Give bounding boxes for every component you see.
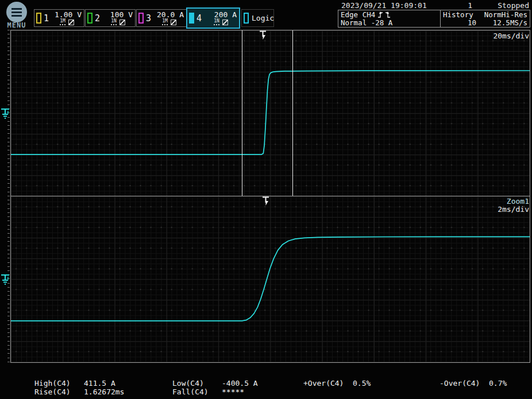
channel-1-number: 1 [44, 13, 50, 24]
oscilloscope-screen: MENU 1 1.00 V 1M 2 100 V 1N 3 20.0 A [0, 0, 532, 399]
channel-3-number: 3 [146, 13, 152, 24]
channel-3-probe-icon [171, 20, 176, 25]
zoom-region-left-cursor[interactable] [242, 30, 242, 196]
zoom-region-right-cursor[interactable] [292, 30, 293, 196]
main-trace-svg [11, 30, 530, 196]
svg-text:4: 4 [7, 110, 9, 115]
channel-1-coupling-icon: 1M [60, 19, 65, 25]
channel-4-scale: 200 A [205, 11, 237, 18]
channel-2-color-bar [87, 13, 92, 24]
history-settings[interactable]: History NormHi-Res 10 12.5MS/s [441, 10, 530, 27]
channel-3-coupling-icon: 1M [162, 19, 168, 25]
channel-4-number: 4 [196, 13, 203, 24]
channel-3-scale: 20.0 A [155, 11, 184, 18]
measurement-high: High(C4) 411.5 A [34, 379, 124, 388]
menu-button-label: MENU [3, 21, 30, 29]
history-count: 10 [443, 19, 476, 26]
channel-2-scale: 100 V [103, 11, 133, 18]
main-waveform-window [10, 30, 530, 196]
zoom-window-name-label: Zoom1 [507, 197, 529, 206]
channel-4-color-bar [189, 13, 194, 24]
channel-4-coupling-icon: 1N [214, 19, 219, 25]
logic-color-bar [244, 13, 249, 24]
zoom-timebase-label: 2ms/div [498, 205, 529, 214]
channel-1-scale: 1.00 V [52, 11, 82, 18]
svg-text:4: 4 [7, 276, 9, 281]
channel-4-ground-marker-zoom: 4 [1, 272, 12, 286]
acquisition-count: 1 [454, 1, 472, 10]
trigger-mode-label: Normal -28 A [341, 19, 438, 26]
measurement-column-1: High(C4) 411.5 A Rise(C4) 1.62672ms [34, 379, 124, 396]
channel-1-box[interactable]: 1 1.00 V 1M [34, 9, 84, 27]
sample-rate-label: 12.5MS/s [493, 19, 527, 26]
channel-4-probe-icon [222, 20, 228, 25]
history-label: History [443, 11, 473, 18]
zoom-waveform-window [10, 196, 530, 363]
rising-edge-icon [377, 11, 391, 18]
logic-label: Logic [252, 14, 274, 22]
menu-button[interactable] [6, 2, 27, 22]
channel-3-color-bar [138, 13, 144, 24]
channel-4-box-selected[interactable]: 4 200 A 1N [186, 7, 240, 29]
run-state-label: Stopped [498, 1, 529, 10]
zoom-trace-svg [11, 196, 530, 362]
channel-2-coupling-icon: 1N [111, 19, 117, 25]
trigger-settings[interactable]: Edge CH4 Normal -28 A [338, 10, 441, 27]
measurement-column-3: +Over(C4) 0.5% [303, 379, 371, 388]
logic-box[interactable]: Logic [241, 9, 274, 27]
channel-1-probe-icon [68, 20, 74, 25]
zoom-trigger-position-marker [261, 196, 270, 206]
channel-4-ground-marker-main: 4 [1, 106, 12, 120]
channel-1-color-bar [36, 13, 41, 24]
measurement-column-4: -Over(C4) 0.7% [440, 379, 507, 388]
measurement-rise: Rise(C4) 1.62672ms [34, 388, 124, 396]
main-timebase-label: 20ms/div [493, 32, 529, 40]
trigger-history-box: Edge CH4 Normal -28 A History NormHi-Res… [338, 10, 530, 28]
acquisition-mode-label: NormHi-Res [484, 11, 527, 18]
channel-2-number: 2 [95, 13, 101, 24]
trigger-type-label: Edge CH4 [341, 11, 375, 18]
channel-3-box[interactable]: 3 20.0 A 1M [136, 9, 187, 27]
datetime-text: 2023/09/21 19:09:01 [341, 1, 427, 10]
channel-2-probe-icon [119, 20, 125, 25]
measurement-pos-overshoot: +Over(C4) 0.5% [303, 379, 371, 388]
measurement-neg-overshoot: -Over(C4) 0.7% [440, 379, 507, 388]
hamburger-icon [11, 8, 22, 10]
main-trigger-position-marker [259, 30, 267, 40]
measurement-column-2: Low(C4) -400.5 A Fall(C4) ***** [172, 379, 258, 396]
measurement-low: Low(C4) -400.5 A [172, 379, 258, 388]
measurement-fall: Fall(C4) ***** [172, 388, 258, 396]
channel-2-box[interactable]: 2 100 V 1N [85, 9, 136, 27]
